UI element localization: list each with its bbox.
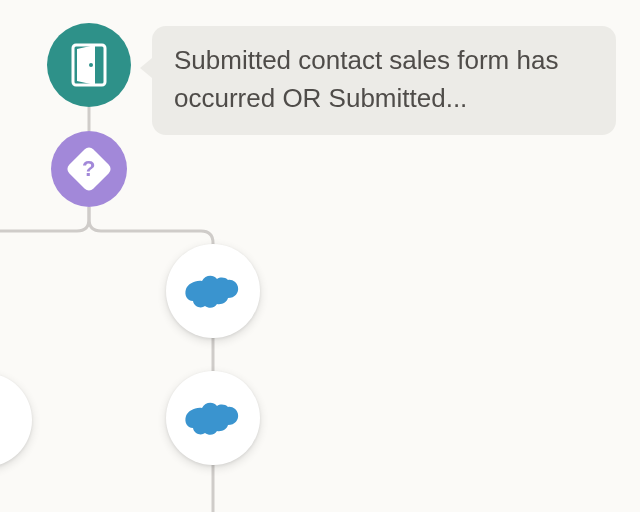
door-icon [71,43,107,87]
action-node-2[interactable] [166,371,260,465]
trigger-label-text: Submitted contact sales form has occurre… [174,45,558,113]
condition-symbol: ? [82,158,95,180]
salesforce-cloud-icon [184,398,242,438]
question-diamond-icon: ? [65,145,113,193]
action-node-1[interactable] [166,244,260,338]
trigger-label-tooltip[interactable]: Submitted contact sales form has occurre… [152,26,616,135]
salesforce-cloud-icon [184,271,242,311]
trigger-node[interactable] [47,23,131,107]
svg-point-1 [89,63,93,67]
offscreen-node[interactable] [0,373,32,467]
condition-node[interactable]: ? [51,131,127,207]
